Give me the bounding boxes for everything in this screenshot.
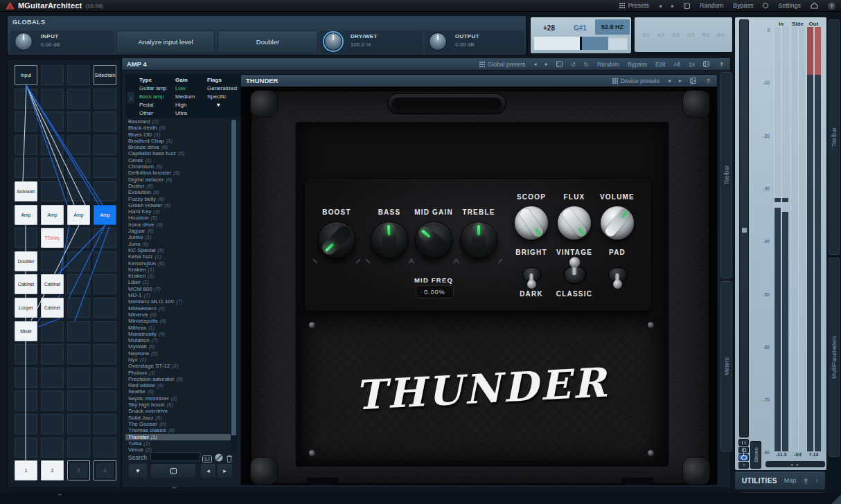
redo-icon[interactable]: ↻	[584, 61, 589, 68]
preset-item[interactable]: Irona drive(6)	[125, 222, 231, 228]
drywet-knob[interactable]	[324, 33, 342, 51]
help-icon[interactable]: ?	[828, 2, 835, 10]
preset-item[interactable]: Chromium(6)	[125, 163, 231, 170]
bypass-button[interactable]: Bypass	[733, 2, 754, 9]
preset-item[interactable]: Kraken(1)	[125, 273, 231, 279]
preset-item[interactable]: Phobos(1)	[125, 370, 231, 376]
preset-item[interactable]: Bronze drive(6)	[125, 144, 231, 150]
preset-list[interactable]: Basstard(2)Black death(6)Blues OD(1)Brad…	[125, 118, 231, 453]
graph-node[interactable]: Amp	[67, 205, 90, 225]
preset-item[interactable]: Sky high boost(6)	[125, 402, 231, 408]
preset-item[interactable]: Red widow(6)	[125, 382, 231, 388]
preset-item[interactable]: MD-1(7)	[125, 292, 231, 298]
activity-icon[interactable]	[763, 3, 768, 8]
toolbar-collapsed-tab[interactable]: Toolbar	[720, 72, 732, 278]
preset-item[interactable]: MCM 800(7)	[125, 286, 231, 292]
prev-preset-button[interactable]: ◂	[659, 3, 662, 9]
preset-item[interactable]: Precision saturator(6)	[125, 376, 231, 382]
utilities-panel[interactable]: UTILITIES Map ? ↕	[734, 471, 826, 490]
meter-fader[interactable]	[739, 19, 749, 438]
preset-item[interactable]: Houston(5)	[125, 215, 231, 221]
toggle-bright[interactable]	[522, 260, 541, 289]
preset-item[interactable]: Thomas classic(6)	[125, 427, 231, 433]
doubler-button[interactable]: Doubler	[218, 30, 318, 53]
preset-item[interactable]: Overstage ST-12(1)	[125, 363, 231, 369]
preset-item[interactable]: Juno(6)	[125, 241, 231, 247]
graph-node[interactable]: TDelay	[41, 228, 64, 248]
filter-option[interactable]: Specific	[207, 93, 227, 100]
preset-item[interactable]: Bradford Chap(1)	[125, 138, 231, 144]
help-icon[interactable]: ?	[803, 477, 808, 485]
preset-item[interactable]: Thunder(1)	[125, 434, 231, 440]
prev-preset-button[interactable]: ◂	[534, 61, 537, 67]
graph-node[interactable]: Looper	[15, 298, 37, 318]
prev-preset-button[interactable]: ◂	[668, 78, 671, 84]
output-knob[interactable]	[429, 33, 447, 51]
preset-item[interactable]: Green Howler(6)	[125, 202, 231, 208]
graph-node[interactable]: Autowah	[15, 181, 37, 201]
randomize-meter-button[interactable]	[738, 447, 749, 453]
global-presets-menu[interactable]: Global presets	[479, 61, 526, 68]
meter-help-button[interactable]: ?	[738, 462, 749, 469]
preset-item[interactable]: Mithras(1)	[125, 325, 231, 331]
graph-node[interactable]: Cabinet	[41, 274, 64, 294]
string-tuner-panel[interactable]: E2A2D3G3B3E4	[634, 17, 733, 53]
toggle-pad[interactable]	[608, 260, 627, 289]
next-preset-button[interactable]: ▸	[671, 3, 674, 9]
preset-item[interactable]: Duster(6)	[125, 183, 231, 189]
graph-node[interactable]: 3	[67, 460, 90, 480]
toggle-vintage[interactable]	[563, 257, 585, 291]
device-presets-menu[interactable]: Device presets	[612, 78, 659, 84]
graph-resize-handle[interactable]: ↔	[57, 490, 63, 497]
collapse-icon[interactable]: ↕	[815, 478, 818, 484]
filter-option[interactable]: Ultra	[175, 110, 187, 116]
preset-item[interactable]: Snack overdrive	[125, 408, 231, 414]
preset-item[interactable]: Capitalist bass fuzz(5)	[125, 150, 231, 156]
preset-scrollbar[interactable]	[231, 118, 237, 453]
undo-icon[interactable]: ↺	[571, 61, 576, 68]
randomize-icon[interactable]	[556, 61, 563, 67]
scrollbar-thumb[interactable]	[231, 120, 236, 435]
preset-item[interactable]: KC Special(6)	[125, 247, 231, 253]
filter-option[interactable]: Pedal	[139, 102, 153, 108]
power-button[interactable]	[738, 454, 749, 461]
filter-option[interactable]: ♥	[207, 102, 220, 108]
search-input[interactable]	[150, 452, 200, 461]
preset-item[interactable]: Mutation(7)	[125, 337, 231, 343]
preset-item[interactable]: Tulsa(1)	[125, 440, 231, 447]
preset-item[interactable]: Ceres(1)	[125, 157, 231, 163]
random-preset-button[interactable]	[150, 463, 196, 478]
graph-node[interactable]: Input	[15, 65, 37, 85]
preset-item[interactable]: Liber(1)	[125, 279, 231, 285]
map-label[interactable]: Map	[784, 477, 797, 484]
preset-item[interactable]: Definition booster(6)	[125, 170, 231, 176]
all-button[interactable]: All	[674, 61, 680, 68]
string-label[interactable]: G3	[687, 32, 695, 38]
preset-item[interactable]: Monstrosity(6)	[125, 331, 231, 337]
preset-item[interactable]: Minerva(6)	[125, 312, 231, 318]
help-icon[interactable]: ?	[718, 60, 725, 68]
preset-item[interactable]: Evolution(6)	[125, 189, 231, 195]
graph-node[interactable]: 2	[41, 460, 64, 480]
string-label[interactable]: E4	[717, 32, 724, 38]
preset-item[interactable]: Keba fuzz(1)	[125, 253, 231, 260]
knob-boost[interactable]	[318, 222, 355, 259]
preset-item[interactable]: Fuzzy belly(6)	[125, 196, 231, 202]
graph-node[interactable]: 4	[94, 460, 116, 480]
next-preset-button[interactable]: ▸	[217, 463, 233, 478]
edit-button[interactable]: Edit	[655, 61, 666, 68]
window-resize-grip[interactable]	[831, 494, 841, 504]
meters-collapsed-tab[interactable]: Meters	[720, 281, 732, 451]
randomize-icon[interactable]	[684, 3, 690, 9]
graph-node[interactable]: 1	[15, 460, 37, 480]
prev-preset-button[interactable]: ◂	[200, 463, 216, 478]
random-button[interactable]: Random	[700, 2, 723, 9]
graph-node[interactable]: Cabinet	[15, 274, 37, 294]
filter-option[interactable]: Guitar amp	[139, 85, 167, 91]
presets-menu[interactable]: Presets	[619, 2, 649, 9]
string-label[interactable]: B3	[702, 32, 709, 38]
string-label[interactable]: E2	[643, 32, 650, 38]
filter-option[interactable]: Medium	[175, 93, 195, 100]
favorite-button[interactable]: ♥	[128, 463, 148, 478]
next-preset-button[interactable]: ▸	[679, 78, 682, 84]
